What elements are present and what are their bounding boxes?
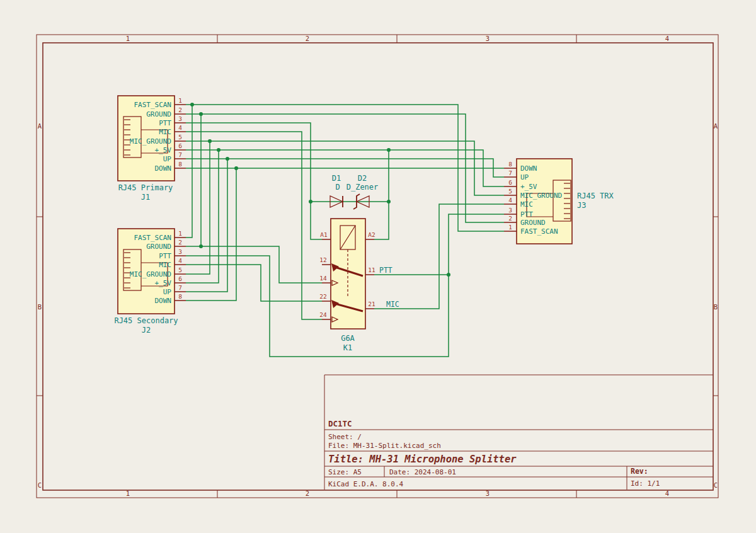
frame-row-label: B [714, 303, 718, 311]
j3-pin-name: +_5V [520, 183, 537, 191]
j1-value: RJ45 Primary [118, 183, 173, 192]
titleblock-file: File: MH-31-Split.kicad_sch [328, 442, 441, 450]
j1-pin-number: 7 [178, 151, 182, 158]
connector-j1[interactable]: 1 2 3 4 5 6 7 8 FAST_SCAN GROUND PTT MIC… [118, 96, 186, 202]
j2-pin-name: PTT [159, 252, 171, 260]
frame-row-label: A [714, 122, 718, 130]
j1-pin-name: PTT [159, 119, 171, 127]
frame-row-label: C [714, 481, 718, 489]
j1-pin-number: 2 [178, 106, 182, 113]
k1-pin-a1: A1 [320, 231, 328, 238]
frame-col-label: 4 [665, 490, 669, 497]
j2-pin-name: UP [163, 288, 172, 296]
ptt-net-label: PTT [379, 266, 392, 275]
j3-pin-name: UP [520, 173, 529, 181]
j2-value: RJ45 Secondary [114, 316, 178, 325]
j1-pin-name: GROUND [146, 110, 171, 118]
j3-reference: J3 [577, 201, 586, 210]
j2-pin-number: 8 [178, 293, 182, 300]
j3-pin-number: 6 [508, 179, 512, 186]
j2-pin-number: 7 [178, 284, 182, 291]
wire-down-j2 [186, 168, 236, 301]
j3-pin-number: 3 [508, 207, 512, 214]
j2-pin-number: 4 [178, 257, 182, 264]
j2-pin-name: DOWN [155, 297, 172, 305]
connector-j3[interactable]: 8 7 6 5 4 3 2 1 DOWN UP +_5V MIC_GROUND … [504, 159, 614, 244]
diode-d2-zener[interactable]: D2 D_Zener [346, 174, 379, 209]
titleblock-company: DC1TC [328, 419, 352, 428]
k1-value: G6A [341, 334, 355, 343]
wire-coil-a2 [374, 150, 389, 239]
j3-pin-number: 7 [508, 169, 512, 176]
connector-j2[interactable]: 1 2 3 4 5 6 7 8 FAST_SCAN GROUND PTT MIC… [114, 229, 186, 335]
wire-mic-ground-j2 [186, 141, 210, 274]
titleblock-sheet: Sheet: / [328, 433, 362, 441]
j3-value: RJ45 TRX [577, 192, 614, 200]
j1-pin-number: 5 [178, 134, 182, 140]
junction-dots [190, 103, 450, 277]
j2-pin-number: 1 [178, 230, 182, 237]
j2-pin-number: 3 [178, 248, 182, 255]
j3-pin-name: FAST_SCAN [520, 227, 558, 236]
j2-pin-name: FAST_SCAN [134, 234, 171, 242]
j1-pin-number: 3 [178, 115, 182, 122]
frame-row-label: C [38, 481, 42, 489]
d1-value: D [335, 183, 340, 192]
k1-pin-14: 14 [319, 275, 327, 282]
kicad-schematic-sheet: 1 2 3 4 1 2 3 4 A B C A B C DC1TC Sheet:… [0, 0, 756, 533]
j1-pin-name: +_5V [155, 146, 172, 154]
wire-fast-scan-j2 [186, 105, 192, 238]
k1-pin-21: 21 [368, 301, 375, 307]
j1-pin-number: 1 [178, 97, 182, 104]
frame-row-label: B [38, 303, 42, 311]
j1-pin-name: MIC [159, 128, 171, 136]
relay-k1[interactable]: A1 A2 12 14 22 24 11 21 PTT MIC G6A K1 [319, 219, 399, 352]
frame-col-label: 4 [665, 35, 669, 42]
frame-col-label: 2 [306, 35, 309, 42]
frame-row-label: A [38, 122, 42, 130]
d2-value: D_Zener [346, 183, 379, 192]
title-block: DC1TC Sheet: / File: MH-31-Split.kicad_s… [324, 375, 713, 490]
titleblock-rev: Rev: [631, 467, 648, 476]
frame-col-label: 2 [306, 490, 309, 497]
j1-reference: J1 [141, 193, 150, 202]
k1-pin-22: 22 [319, 293, 326, 300]
titleblock-date: Date: 2024-08-01 [389, 468, 456, 476]
titleblock-id: Id: 1/1 [631, 479, 660, 488]
j1-pin-name: DOWN [155, 164, 172, 173]
frame-col-label: 1 [126, 35, 130, 42]
j3-pin-number: 1 [508, 224, 512, 231]
j2-pin-name: +_5V [155, 279, 172, 287]
j1-pin-number: 4 [178, 124, 182, 131]
j3-pin-name: MIC_GROUND [520, 192, 562, 200]
j2-pin-number: 2 [178, 239, 182, 246]
wire-ptt-secondary [186, 256, 449, 357]
j1-pin-number: 6 [178, 142, 182, 149]
k1-pin-24: 24 [319, 311, 327, 318]
j2-reference: J2 [142, 326, 151, 335]
k1-pin-11: 11 [368, 266, 375, 273]
j2-pin-number: 5 [178, 266, 182, 273]
frame-col-label: 3 [486, 35, 490, 42]
j2-pin-name: GROUND [146, 243, 171, 251]
titleblock-tool: KiCad E.D.A. 8.0.4 [328, 480, 404, 488]
j2-pin-number: 6 [178, 275, 182, 282]
titleblock-title: Title: MH-31 Microphone Splitter [328, 454, 517, 465]
j3-pin-number: 5 [508, 188, 512, 195]
schematic-canvas[interactable]: 1 2 3 4 1 2 3 4 A B C A B C DC1TC Sheet:… [0, 0, 756, 533]
j3-pin-name: DOWN [520, 164, 537, 173]
j3-pin-name: MIC [520, 200, 533, 209]
j1-pin-name: UP [163, 155, 172, 163]
d1-reference: D1 [332, 174, 341, 183]
j1-pin-number: 8 [178, 161, 182, 168]
frame-col-label: 1 [126, 490, 130, 497]
j3-pin-number: 2 [508, 215, 512, 222]
j3-pin-name: GROUND [520, 219, 546, 227]
frame-col-label: 3 [486, 490, 490, 497]
titleblock-size: Size: A5 [328, 468, 362, 476]
j1-pin-name: FAST_SCAN [134, 101, 171, 109]
j2-pin-name: MIC [159, 261, 171, 269]
k1-pin-12: 12 [319, 256, 326, 263]
diode-d1[interactable]: D1 D [330, 174, 343, 207]
wire-5v-j2 [186, 150, 219, 283]
